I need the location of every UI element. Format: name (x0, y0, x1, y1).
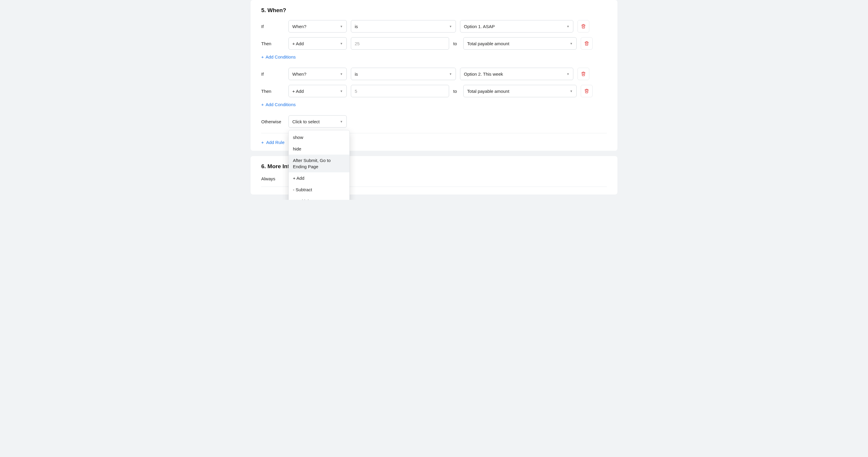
amount-input-2[interactable] (351, 85, 449, 97)
value-select-1-text: Option 1. ASAP (464, 24, 495, 29)
action-select-1-text: + Add (292, 41, 304, 46)
plus-icon: + (261, 140, 264, 145)
trash-icon (581, 24, 586, 29)
dropdown-option[interactable]: + Add (289, 172, 349, 184)
always-label: Always (261, 176, 279, 181)
delete-action-2-button[interactable] (581, 85, 593, 97)
field-select-2-text: When? (292, 71, 307, 76)
then-label: Then (261, 89, 284, 94)
field-select-1[interactable]: When? ▼ (288, 20, 347, 33)
plus-icon: + (261, 55, 264, 59)
value-select-2-text: Option 2. This week (464, 71, 503, 76)
caret-icon: ▼ (340, 90, 343, 93)
section-when: 5. When? If When? ▼ is ▼ Option 1. ASAP … (251, 0, 617, 151)
add-conditions-2-link[interactable]: + Add Conditions (261, 102, 607, 107)
action-select-1[interactable]: + Add ▼ (288, 37, 347, 50)
caret-icon: ▼ (340, 72, 343, 76)
value-select-2[interactable]: Option 2. This week ▼ (460, 68, 574, 80)
caret-icon: ▼ (340, 42, 343, 45)
field-select-2[interactable]: When? ▼ (288, 68, 347, 80)
comparator-select-2[interactable]: is ▼ (351, 68, 456, 80)
dropdown-option[interactable]: - Subtract (289, 184, 349, 195)
otherwise-row: Otherwise Click to select ▼ showhideAfte… (261, 115, 607, 128)
add-rule-text: Add Rule (266, 140, 285, 145)
to-label: to (453, 89, 459, 94)
comparator-select-1[interactable]: is ▼ (351, 20, 456, 33)
target-select-1[interactable]: Total payable amount ▼ (463, 37, 577, 50)
caret-icon: ▼ (340, 25, 343, 28)
otherwise-select[interactable]: Click to select ▼ (288, 115, 347, 128)
add-conditions-2-text: Add Conditions (266, 102, 296, 107)
to-label: to (453, 41, 459, 46)
delete-action-1-button[interactable] (581, 37, 593, 50)
dropdown-option[interactable]: After Submit, Go to Ending Page (289, 155, 349, 172)
then-label: Then (261, 41, 284, 46)
action-select-2[interactable]: + Add ▼ (288, 85, 347, 97)
caret-icon: ▼ (449, 25, 452, 28)
condition-row-2-if: If When? ▼ is ▼ Option 2. This week ▼ (261, 68, 607, 80)
caret-icon: ▼ (566, 25, 569, 28)
amount-input-1[interactable] (351, 37, 449, 50)
otherwise-select-text: Click to select (292, 119, 320, 124)
action-select-2-text: + Add (292, 89, 304, 94)
field-select-1-text: When? (292, 24, 307, 29)
trash-icon (584, 41, 589, 46)
action-row-2-then: Then + Add ▼ to Total payable amount ▼ (261, 85, 607, 97)
action-row-1-then: Then + Add ▼ to Total payable amount ▼ (261, 37, 607, 50)
otherwise-label: Otherwise (261, 119, 284, 124)
dropdown-option[interactable]: show (289, 132, 349, 143)
add-conditions-1-text: Add Conditions (266, 55, 296, 59)
value-select-1[interactable]: Option 1. ASAP ▼ (460, 20, 574, 33)
comparator-select-2-text: is (355, 71, 358, 76)
section-title-when: 5. When? (261, 7, 607, 13)
plus-icon: + (261, 102, 264, 107)
caret-icon: ▼ (449, 72, 452, 76)
caret-icon: ▼ (340, 120, 343, 123)
if-label: If (261, 24, 284, 29)
trash-icon (584, 89, 589, 93)
delete-condition-2-button[interactable] (578, 68, 589, 80)
caret-icon: ▼ (570, 90, 573, 93)
trash-icon (581, 71, 586, 76)
caret-icon: ▼ (570, 42, 573, 45)
delete-condition-1-button[interactable] (578, 20, 589, 33)
dropdown-option[interactable]: hide (289, 143, 349, 155)
add-conditions-1-link[interactable]: + Add Conditions (261, 55, 607, 59)
target-select-2[interactable]: Total payable amount ▼ (463, 85, 577, 97)
if-label: If (261, 71, 284, 76)
target-select-1-text: Total payable amount (467, 41, 509, 46)
caret-icon: ▼ (566, 72, 569, 76)
dropdown-option[interactable]: * Multiply (289, 195, 349, 200)
comparator-select-1-text: is (355, 24, 358, 29)
condition-row-1-if: If When? ▼ is ▼ Option 1. ASAP ▼ (261, 20, 607, 33)
target-select-2-text: Total payable amount (467, 89, 509, 94)
otherwise-dropdown: showhideAfter Submit, Go to Ending Page+… (288, 130, 350, 200)
